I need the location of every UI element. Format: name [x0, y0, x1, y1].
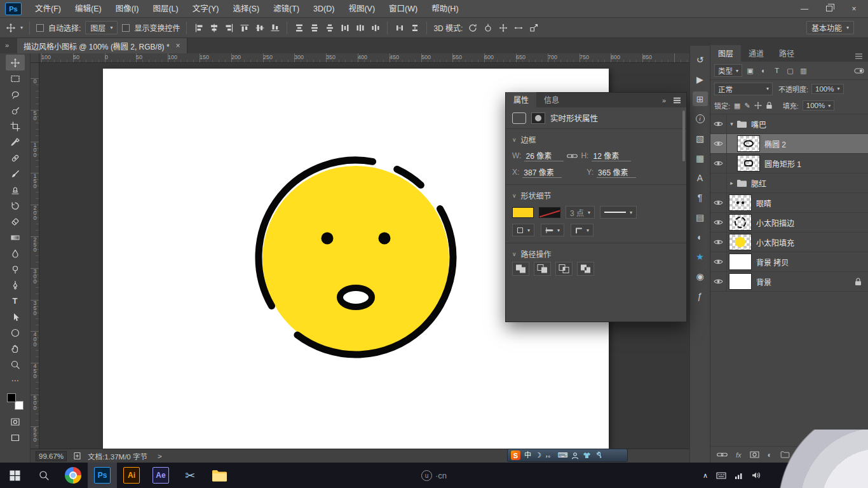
- 3d-slide-icon[interactable]: [513, 23, 524, 33]
- clone-stamp-tool[interactable]: [6, 182, 25, 198]
- stroke-type-dropdown[interactable]: ▾: [600, 206, 637, 219]
- tray-network-icon[interactable]: [735, 472, 743, 479]
- filter-smart-object-icon[interactable]: ▥: [798, 65, 809, 76]
- layer-row-group-blush[interactable]: ▸ 腮红: [710, 173, 868, 193]
- status-options-chevron-icon[interactable]: >: [158, 452, 162, 460]
- collapse-panel-icon[interactable]: »: [662, 97, 666, 104]
- layer-thumbnail[interactable]: [729, 254, 752, 270]
- subtract-front-shape-button[interactable]: [534, 262, 551, 276]
- ruler-origin-corner[interactable]: [31, 53, 39, 63]
- horizontal-ruler[interactable]: 100 50 0 50 100 150 200 250 300 350 400 …: [39, 53, 689, 63]
- menu-help[interactable]: 帮助(H): [424, 0, 465, 18]
- delete-layer-icon[interactable]: [813, 451, 820, 459]
- spot-healing-brush-tool[interactable]: [6, 150, 25, 166]
- close-button[interactable]: ×: [850, 4, 858, 13]
- gradient-tool[interactable]: [6, 229, 25, 245]
- restore-button[interactable]: [826, 6, 832, 11]
- visibility-toggle[interactable]: [710, 114, 727, 133]
- crop-tool[interactable]: [6, 118, 25, 134]
- layer-effects-icon[interactable]: fx: [736, 451, 742, 459]
- search-icon[interactable]: [29, 463, 58, 488]
- color-swatches[interactable]: [7, 393, 24, 410]
- visibility-toggle[interactable]: [710, 134, 727, 153]
- collapse-group-caret-icon[interactable]: ▾: [727, 121, 736, 127]
- new-layer-icon[interactable]: [798, 451, 805, 459]
- distribute-spacing-horizontal-icon[interactable]: [394, 23, 405, 33]
- width-field[interactable]: 26 像素: [524, 150, 564, 161]
- lock-transparency-icon[interactable]: ▦: [734, 102, 740, 110]
- zoom-tool[interactable]: [6, 356, 25, 372]
- layer-row-background[interactable]: 背景: [710, 272, 868, 292]
- character-panel-icon[interactable]: A: [693, 170, 708, 185]
- section-collapse-icon[interactable]: ∨: [512, 193, 517, 199]
- workspace-switcher-button[interactable]: 基本功能▾: [806, 21, 854, 34]
- taskbar-browser-icon[interactable]: [58, 463, 88, 488]
- distribute-top-icon[interactable]: [294, 23, 304, 33]
- filter-type-layers-icon[interactable]: T: [771, 65, 782, 76]
- layer-thumbnail[interactable]: [729, 214, 752, 231]
- path-operations-header[interactable]: ∨ 路径操作: [512, 248, 680, 259]
- distribute-left-icon[interactable]: [339, 23, 350, 33]
- panel-menu-icon[interactable]: [855, 56, 862, 57]
- pen-tool[interactable]: [6, 277, 25, 293]
- paragraph-panel-icon[interactable]: ¶: [693, 190, 708, 205]
- layer-thumbnail[interactable]: [729, 234, 752, 250]
- exclude-overlapping-shapes-button[interactable]: [577, 262, 594, 276]
- tab-layers[interactable]: 图层: [710, 45, 741, 62]
- x-field[interactable]: 387 像素: [522, 166, 562, 178]
- mask-icon[interactable]: [531, 112, 545, 124]
- distribute-vertical-center-icon[interactable]: [309, 23, 320, 33]
- link-layers-icon[interactable]: [717, 452, 728, 458]
- blur-tool[interactable]: [6, 245, 25, 261]
- filter-type-dropdown[interactable]: 类型▾: [714, 64, 742, 77]
- layer-thumbnail[interactable]: [729, 194, 752, 211]
- eraser-tool[interactable]: [6, 214, 25, 229]
- taskbar-photoshop-icon[interactable]: Ps: [88, 463, 117, 488]
- menu-image[interactable]: 图像(I): [109, 0, 146, 18]
- lock-pixels-icon[interactable]: ✎: [744, 102, 750, 110]
- 3d-roll-icon[interactable]: [482, 23, 493, 33]
- menu-3d[interactable]: 3D(D): [306, 0, 341, 18]
- start-button[interactable]: [0, 463, 29, 488]
- actions-panel-icon[interactable]: ▶: [693, 72, 708, 86]
- taskbar-file-explorer-icon[interactable]: [205, 463, 234, 488]
- 3d-scale-icon[interactable]: [528, 23, 539, 33]
- paths-panel-icon[interactable]: ƒ: [693, 288, 708, 303]
- panel-scrollbar[interactable]: [682, 111, 685, 161]
- taskbar-snipping-tool-icon[interactable]: ✂: [175, 463, 205, 488]
- new-group-icon[interactable]: [780, 451, 790, 458]
- tray-keyboard-icon[interactable]: [716, 472, 726, 479]
- layer-row-sun-fill[interactable]: 小太阳填充: [710, 233, 868, 252]
- lasso-tool[interactable]: [6, 86, 25, 102]
- adjustments-panel-icon[interactable]: ◐: [693, 229, 708, 244]
- tool-preset-caret-icon[interactable]: ▾: [20, 25, 23, 30]
- filter-shape-layers-icon[interactable]: ▢: [785, 65, 796, 76]
- rectangular-marquee-tool[interactable]: [6, 71, 25, 86]
- 3d-drag-icon[interactable]: [498, 23, 508, 33]
- history-panel-icon[interactable]: ↺: [693, 52, 708, 67]
- section-collapse-icon[interactable]: ∨: [512, 137, 517, 143]
- skin-icon[interactable]: [583, 452, 591, 459]
- menu-view[interactable]: 视图(V): [341, 0, 382, 18]
- filter-adjustment-layers-icon[interactable]: ◐: [758, 65, 769, 76]
- layer-thumbnail[interactable]: [729, 273, 752, 290]
- foreground-color-swatch[interactable]: [7, 393, 16, 402]
- menu-select[interactable]: 选择(S): [226, 0, 266, 18]
- menu-filter[interactable]: 滤镜(T): [266, 0, 306, 18]
- sogou-logo-icon[interactable]: S: [511, 451, 520, 460]
- edit-toolbar-icon[interactable]: ⋯: [6, 372, 25, 388]
- filter-pixel-layers-icon[interactable]: ▣: [745, 65, 756, 76]
- tray-expand-caret-icon[interactable]: ∧: [703, 471, 708, 480]
- move-tool-preset-icon[interactable]: [5, 23, 16, 33]
- distribute-right-icon[interactable]: [370, 23, 381, 33]
- stroke-corner-dropdown[interactable]: ▾: [571, 224, 593, 236]
- visibility-toggle[interactable]: [710, 154, 727, 173]
- taskbar-aftereffects-icon[interactable]: Ae: [146, 463, 175, 488]
- color-panel-icon[interactable]: ▧: [693, 131, 708, 146]
- menu-layer[interactable]: 图层(L): [146, 0, 185, 18]
- auto-select-checkbox[interactable]: [36, 24, 44, 32]
- distribute-spacing-vertical-icon[interactable]: [409, 23, 420, 33]
- background-color-swatch[interactable]: [15, 401, 24, 410]
- visibility-toggle[interactable]: [710, 213, 727, 232]
- align-right-icon[interactable]: [224, 23, 234, 33]
